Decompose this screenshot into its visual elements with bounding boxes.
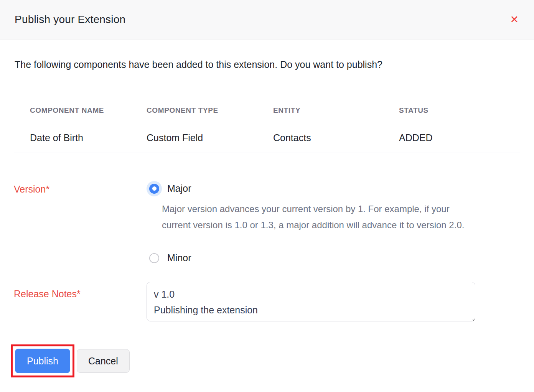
table-header-row: COMPONENT NAME COMPONENT TYPE ENTITY STA… <box>14 98 520 123</box>
radio-selected-icon[interactable] <box>149 184 159 194</box>
version-options: Major Major version advances your curren… <box>147 183 520 264</box>
dialog-actions: Publish Cancel <box>11 344 534 377</box>
release-notes-textarea[interactable]: v 1.0 Publishing the extension <box>147 282 475 321</box>
version-field-row: Version* Major Major version advances yo… <box>0 183 534 264</box>
publish-extension-dialog: Publish your Extension ✕ The following c… <box>0 0 534 377</box>
cancel-button[interactable]: Cancel <box>77 349 130 373</box>
publish-button[interactable]: Publish <box>15 349 70 373</box>
major-option-label: Major <box>167 183 191 194</box>
release-notes-label: Release Notes* <box>14 282 147 323</box>
cell-component-type: Custom Field <box>147 132 273 143</box>
radio-option-minor[interactable]: Minor <box>147 252 520 264</box>
minor-option-label: Minor <box>167 252 191 264</box>
dialog-header: Publish your Extension ✕ <box>0 0 534 40</box>
cell-entity: Contacts <box>273 132 399 143</box>
column-header-status: STATUS <box>399 106 520 115</box>
radio-option-major[interactable]: Major <box>147 183 520 194</box>
version-label: Version* <box>14 183 147 264</box>
red-highlight-annotation: Publish <box>11 344 74 377</box>
column-header-entity: ENTITY <box>273 106 399 115</box>
dialog-title: Publish your Extension <box>15 13 125 26</box>
intro-text: The following components have been added… <box>15 59 519 70</box>
cell-status: ADDED <box>399 132 520 143</box>
close-icon[interactable]: ✕ <box>510 15 519 25</box>
cell-component-name: Date of Birth <box>14 132 147 143</box>
release-notes-field-row: Release Notes* v 1.0 Publishing the exte… <box>0 282 534 323</box>
table-row: Date of Birth Custom Field Contacts ADDE… <box>14 123 520 153</box>
column-header-component-type: COMPONENT TYPE <box>147 106 273 115</box>
radio-unselected-icon[interactable] <box>149 253 159 263</box>
components-table: COMPONENT NAME COMPONENT TYPE ENTITY STA… <box>14 98 520 153</box>
column-header-component-name: COMPONENT NAME <box>14 106 147 115</box>
major-version-description: Major version advances your current vers… <box>162 201 476 233</box>
